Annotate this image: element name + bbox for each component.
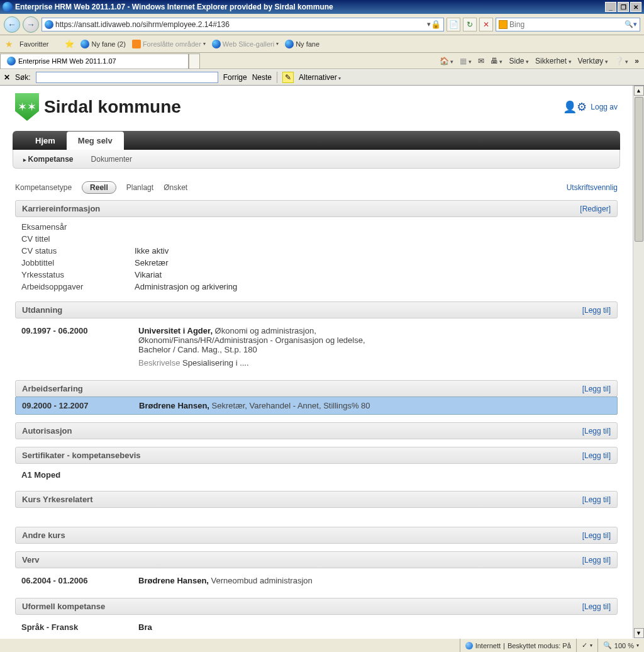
find-input[interactable] <box>36 72 218 83</box>
compat-view-button[interactable]: 📄 <box>447 18 460 31</box>
uformell-add-link[interactable]: [Legg til] <box>582 602 611 611</box>
main-tabs: Hjem Meg selv <box>13 131 620 150</box>
forward-button[interactable]: → <box>23 16 39 33</box>
cert-item[interactable]: A1 Moped <box>21 468 611 482</box>
career-yrkesstatus-value: Vikariat <box>135 270 162 279</box>
section-andre-kurs-header: Andre kurs [Legg til] <box>15 527 618 544</box>
fav-foreslatte[interactable]: Foreslåtte områder <box>132 40 206 48</box>
tab-title: Enterprise HRM Web 2011.1.07 <box>18 57 116 65</box>
auth-add-link[interactable]: [Legg til] <box>582 427 611 436</box>
page-viewport: ✶✶ Sirdal kommune 👤⚙ Logg av Hjem Meg se… <box>0 86 644 638</box>
status-bar: Internett | Beskyttet modus: På ✓▾ 🔍 100… <box>0 638 644 652</box>
refresh-button[interactable]: ↻ <box>463 18 477 31</box>
find-next-button[interactable]: Neste <box>252 73 272 82</box>
org-name: Sirdal kommune <box>44 97 181 117</box>
zoom-icon: 🔍 <box>603 641 612 649</box>
browser-tab[interactable]: Enterprise HRM Web 2011.1.07 <box>0 53 189 69</box>
add-fav-icon[interactable]: ⭐ <box>65 40 74 48</box>
search-input[interactable] <box>509 20 625 29</box>
status-misc[interactable]: ✓▾ <box>576 639 597 652</box>
lock-icon: 🔒 <box>431 20 441 29</box>
print-friendly-link[interactable]: Utskriftsvennlig <box>567 183 618 192</box>
safety-menu[interactable]: Sikkerhet <box>535 57 572 65</box>
find-options-button[interactable]: Alternativer <box>299 73 341 82</box>
help-menu-icon[interactable]: ❔ <box>614 57 629 65</box>
highlight-icon[interactable]: ✎ <box>282 72 294 83</box>
ie-page-icon <box>80 40 89 48</box>
career-oppgaver-label: Arbeidsoppgaver <box>21 282 135 291</box>
fav-webslice[interactable]: Web Slice-galleri <box>212 40 279 48</box>
sub-nav: Kompetanse Dokumenter <box>13 150 620 169</box>
url-input[interactable] <box>55 20 427 29</box>
bing-icon <box>499 20 508 29</box>
find-label: Søk: <box>15 73 31 82</box>
find-prev-button[interactable]: Forrige <box>223 73 247 82</box>
filter-reell[interactable]: Reell <box>82 181 116 194</box>
career-cvstatus-value: Ikke aktiv <box>135 246 169 256</box>
work-add-link[interactable]: [Legg til] <box>582 385 611 393</box>
tab-self[interactable]: Meg selv <box>67 132 124 150</box>
fav-nyfane[interactable]: Ny fane (2) <box>80 40 125 48</box>
browser-tab-row: Enterprise HRM Web 2011.1.07 🏠 ▦ ✉ 🖶 Sid… <box>0 53 644 69</box>
section-education-header: Utdanning [Legg til] <box>15 301 618 318</box>
find-bar: ✕ Søk: Forrige Neste ✎ Alternativer <box>0 69 644 86</box>
home-menu-icon[interactable]: 🏠 <box>440 57 454 65</box>
search-box[interactable]: 🔍▾ <box>496 18 640 31</box>
page-menu[interactable]: Side <box>509 57 530 65</box>
education-entry[interactable]: 09.1997 - 06.2000 Universitet i Agder, Ø… <box>21 322 611 371</box>
page-icon <box>45 20 53 29</box>
logout-link[interactable]: 👤⚙ Logg av <box>563 100 618 114</box>
zoom-control[interactable]: 🔍 100 % ▾ <box>597 639 644 652</box>
fav-nyfane2[interactable]: Ny fane <box>285 40 319 48</box>
minimize-button[interactable]: _ <box>605 2 616 12</box>
andre-kurs-add-link[interactable]: [Legg til] <box>582 531 611 540</box>
career-jobbtittel-label: Jobbtittel <box>21 258 135 267</box>
scroll-down-button[interactable]: ▼ <box>634 628 644 638</box>
career-jobbtittel-value: Sekretær <box>135 258 168 267</box>
favorites-bar: ★ Favoritter ⭐ Ny fane (2) Foreslåtte om… <box>0 35 644 53</box>
tools-menu[interactable]: Verktøy <box>578 57 608 65</box>
kurs-yrkes-add-link[interactable]: [Legg til] <box>582 495 611 504</box>
user-settings-icon: 👤⚙ <box>563 100 587 114</box>
vertical-scrollbar[interactable]: ▲ ▼ <box>633 86 644 638</box>
feeds-menu-icon[interactable]: ▦ <box>460 57 472 65</box>
work-entry-selected[interactable]: 09.2000 - 12.2007 Brødrene Hansen, Sekre… <box>15 396 618 415</box>
scroll-up-button[interactable]: ▲ <box>634 86 644 96</box>
search-button-icon[interactable]: 🔍▾ <box>625 20 637 28</box>
scroll-thumb[interactable] <box>635 97 643 242</box>
mail-icon[interactable]: ✉ <box>478 57 484 65</box>
career-eksamensar-label: Eksamensår <box>21 222 135 232</box>
subnav-kompetanse[interactable]: Kompetanse <box>23 155 74 164</box>
window-title: Enterprise HRM Web 2011.1.07 - Windows I… <box>15 3 333 11</box>
maximize-button[interactable]: ❐ <box>618 2 629 12</box>
filter-label: Kompetansetype <box>15 183 72 192</box>
verv-add-link[interactable]: [Legg til] <box>582 556 611 565</box>
browser-nav-row: ← → ▾ 🔒 📄 ↻ ✕ 🔍▾ <box>0 14 644 35</box>
filter-planlagt[interactable]: Planlagt <box>126 183 153 192</box>
municipality-logo: ✶✶ <box>15 93 39 121</box>
filter-onsket[interactable]: Ønsket <box>164 183 187 192</box>
career-edit-link[interactable]: [Rediger] <box>580 205 611 213</box>
tab-home[interactable]: Hjem <box>24 132 67 150</box>
address-bar[interactable]: ▾ 🔒 <box>42 18 444 31</box>
section-career-header: Karriereinformasjon [Rediger] <box>15 200 618 217</box>
career-cvtittel-label: CV tittel <box>21 234 135 244</box>
verv-entry[interactable]: 06.2004 - 01.2006 Brødrene Hansen, Verne… <box>21 572 611 589</box>
uformell-entry[interactable]: Språk - Fransk Bra <box>21 619 611 636</box>
find-close-button[interactable]: ✕ <box>4 73 10 82</box>
ie-page-icon <box>212 40 221 48</box>
education-add-link[interactable]: [Legg til] <box>582 306 611 315</box>
favorites-star-icon[interactable]: ★ <box>5 39 13 49</box>
back-button[interactable]: ← <box>4 16 20 33</box>
stop-button[interactable]: ✕ <box>479 18 493 31</box>
section-uformell-header: Uformell kompetanse [Legg til] <box>15 598 618 615</box>
close-button[interactable]: ✕ <box>630 2 641 12</box>
toolbar-overflow-icon[interactable]: » <box>635 57 639 65</box>
favorites-label[interactable]: Favoritter <box>19 40 48 48</box>
section-verv-header: Verv [Legg til] <box>15 551 618 568</box>
cert-add-link[interactable]: [Legg til] <box>582 451 611 460</box>
new-tab-button[interactable] <box>189 53 200 69</box>
internet-zone-icon <box>465 642 473 649</box>
print-menu-icon[interactable]: 🖶 <box>491 57 503 65</box>
subnav-dokumenter[interactable]: Dokumenter <box>91 155 132 164</box>
